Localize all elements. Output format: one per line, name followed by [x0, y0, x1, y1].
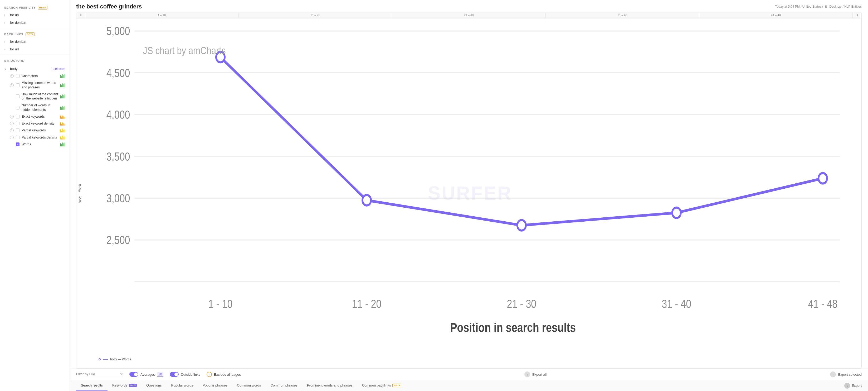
mini-bars — [60, 128, 65, 133]
mini-bar — [60, 84, 61, 87]
body-selected-badge: 1 selected — [51, 67, 65, 71]
mini-bar — [61, 107, 62, 110]
structure-child-item[interactable]: ?Partial keywords — [0, 127, 69, 134]
sidebar-item-bl-url[interactable]: › for url — [0, 46, 69, 53]
search-visibility-label: SEARCH VISIBILITY — [4, 6, 36, 9]
range-tab-3[interactable]: 21 – 30 — [392, 12, 546, 18]
structure-child-item[interactable]: Words — [0, 141, 69, 148]
svg-point-21 — [517, 220, 526, 231]
tab-label: Questions — [146, 383, 162, 387]
exclude-group: ○ Exclude all pages — [207, 372, 241, 377]
tab-item-popular-phrases[interactable]: Popular phrases — [198, 380, 232, 391]
filter-url-group: ✕ — [76, 372, 123, 377]
range-tab-5[interactable]: 41 – 48 — [699, 12, 853, 18]
filter-url-input[interactable] — [76, 372, 118, 376]
tab-item-popular-words[interactable]: Popular words — [166, 380, 198, 391]
checkbox[interactable] — [16, 129, 20, 132]
exclude-icon[interactable]: ○ — [207, 372, 212, 377]
range-tab-2[interactable]: 11 – 20 — [239, 12, 392, 18]
checkbox[interactable] — [16, 74, 20, 78]
averages-value[interactable]: 10 — [157, 372, 163, 377]
checkbox[interactable] — [16, 106, 20, 110]
bottom-export-area: ↓ Export — [844, 381, 862, 391]
help-icon[interactable]: ? — [10, 115, 14, 118]
tab-item-questions[interactable]: Questions — [142, 380, 166, 391]
mini-bar — [61, 85, 62, 87]
structure-child-item[interactable]: ?Exact keywords — [0, 113, 69, 120]
tab-label: Search results — [81, 383, 103, 387]
search-visibility-beta: BETA — [38, 6, 48, 9]
mini-bar — [63, 137, 64, 140]
structure-child-item[interactable]: ?Partial keywords density — [0, 134, 69, 141]
mini-bar — [65, 74, 65, 78]
range-tab-1[interactable]: 1 – 10 — [85, 12, 239, 18]
averages-toggle[interactable] — [129, 372, 138, 377]
tab-item-keywords[interactable]: KeywordsNEW — [107, 380, 142, 391]
export-all-group[interactable]: ↓ Export all — [524, 371, 547, 377]
tab-item-common-words[interactable]: Common words — [232, 380, 266, 391]
averages-group: Averages 10 — [129, 372, 163, 377]
mini-bar — [62, 83, 63, 87]
checkbox[interactable] — [16, 83, 20, 87]
mini-bar — [63, 84, 64, 87]
checkbox[interactable] — [16, 122, 20, 125]
mini-bar — [65, 117, 65, 119]
help-icon[interactable]: ? — [10, 83, 14, 87]
mini-bars — [60, 106, 65, 110]
checkbox[interactable] — [16, 136, 20, 139]
chart-pause-left[interactable]: ⏸ — [76, 12, 85, 18]
tab-label: Common backlinks — [362, 383, 391, 387]
help-icon[interactable]: ? — [10, 122, 14, 125]
sidebar-item-sv-url[interactable]: › for url — [0, 11, 69, 19]
svg-text:21 - 30: 21 - 30 — [507, 298, 536, 310]
structure-child-item[interactable]: ?Missing common words and phrases — [0, 79, 69, 91]
structure-child-item[interactable]: How much of the content on the website i… — [0, 91, 69, 102]
header-meta-device: Desktop — [829, 5, 841, 8]
structure-child-item[interactable]: ?Exact keyword density — [0, 120, 69, 127]
svg-text:Position in search results: Position in search results — [450, 320, 576, 334]
svg-text:4,000: 4,000 — [106, 108, 130, 121]
help-icon[interactable]: ? — [10, 129, 14, 132]
clear-icon[interactable]: ✕ — [120, 372, 123, 376]
mini-bar — [62, 122, 63, 125]
structure-child-item[interactable]: Number of words in hidden elements — [0, 102, 69, 113]
body-header[interactable]: ∨ body 1 selected — [0, 65, 69, 73]
tab-item-prominent-words-and-phrases[interactable]: Prominent words and phrases — [302, 380, 357, 391]
checkbox[interactable] — [16, 94, 20, 98]
checkbox[interactable] — [16, 142, 20, 146]
range-tab-4[interactable]: 31 – 40 — [546, 12, 700, 18]
chart-pause-right[interactable]: ⏸ — [853, 12, 861, 18]
mini-bar — [65, 129, 65, 133]
sidebar-item-sv-domain[interactable]: › for domain — [0, 19, 69, 26]
mini-bar — [60, 122, 61, 125]
tab-item-common-backlinks[interactable]: Common backlinksBETA — [357, 380, 406, 391]
bottom-export-button[interactable]: ↓ Export — [844, 383, 862, 389]
child-label: Exact keywords — [22, 114, 58, 119]
child-label: Partial keywords — [22, 128, 58, 133]
tab-item-search-results[interactable]: Search results — [76, 380, 107, 391]
export-selected-group[interactable]: ↓ Export selected — [830, 371, 862, 377]
mini-bar — [62, 106, 63, 110]
child-label: How much of the content on the website i… — [22, 92, 58, 101]
mini-bar — [61, 124, 62, 125]
backlinks-beta: BETA — [26, 32, 35, 36]
mini-bars — [60, 142, 65, 146]
mini-bar — [61, 76, 62, 78]
legend-dot-icon — [98, 358, 101, 360]
help-icon[interactable]: ? — [10, 74, 14, 78]
mini-bar — [60, 116, 61, 119]
help-icon[interactable]: ? — [10, 136, 14, 139]
sidebar-item-bl-domain[interactable]: › for domain — [0, 38, 69, 46]
sidebar: SEARCH VISIBILITY BETA › for url › for d… — [0, 0, 70, 391]
child-label: Number of words in hidden elements — [22, 103, 58, 112]
tab-item-common-phrases[interactable]: Common phrases — [266, 380, 302, 391]
mini-bar — [63, 143, 64, 146]
chart-svg: 5,000 4,500 4,000 3,500 3,000 2,500 1 - … — [83, 21, 857, 355]
structure-child-item[interactable]: ?Characters — [0, 73, 69, 79]
backlinks-label: BACKLINKS — [4, 33, 24, 36]
checkbox[interactable] — [16, 115, 20, 118]
legend-line-icon — [103, 359, 108, 360]
header-meta-extra: / NLP Entities — [843, 5, 862, 8]
svg-text:11 - 20: 11 - 20 — [352, 298, 381, 310]
outside-links-toggle[interactable] — [170, 372, 179, 377]
